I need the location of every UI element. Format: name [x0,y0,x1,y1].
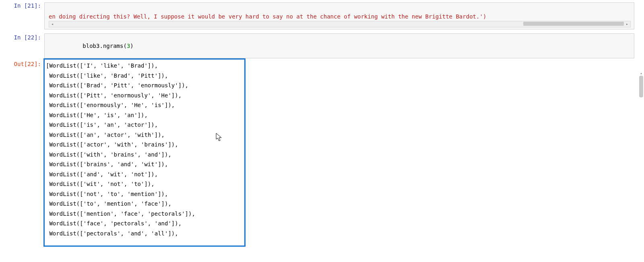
code-close: ) [130,43,133,49]
scroll-right-icon[interactable]: ▸ [624,22,630,26]
input-prompt-21: In [21]: [0,0,44,10]
code-input-21[interactable]: en doing directing this? Well, I suppose… [44,2,634,29]
horizontal-scrollbar-thumb[interactable] [523,22,624,26]
output-cell-22: Out[22]: [WordList(['I', 'like', 'Brad']… [0,58,644,238]
code-method: .ngrams( [99,43,126,49]
output-text-22: [WordList(['I', 'like', 'Brad']), WordLi… [44,59,634,238]
code-object: blob3 [83,43,99,49]
vertical-scrollbar-thumb[interactable] [639,76,643,97]
cell-21: In [21]: en doing directing this? Well, … [0,0,644,32]
cell-22: In [22]: blob3.ngrams(3) [0,32,644,58]
input-prompt-22: In [22]: [0,32,44,42]
output-prompt-22: Out[22]: [0,58,44,69]
code-input-22[interactable]: blob3.ngrams(3) [44,33,634,58]
notebook: In [21]: en doing directing this? Well, … [0,0,644,238]
code-string-line: en doing directing this? Well, I suppose… [49,13,631,20]
scroll-up-icon[interactable]: ▴ [639,71,644,75]
horizontal-scrollbar[interactable]: ◂ ▸ [49,21,631,27]
scroll-left-icon[interactable]: ◂ [50,22,55,26]
